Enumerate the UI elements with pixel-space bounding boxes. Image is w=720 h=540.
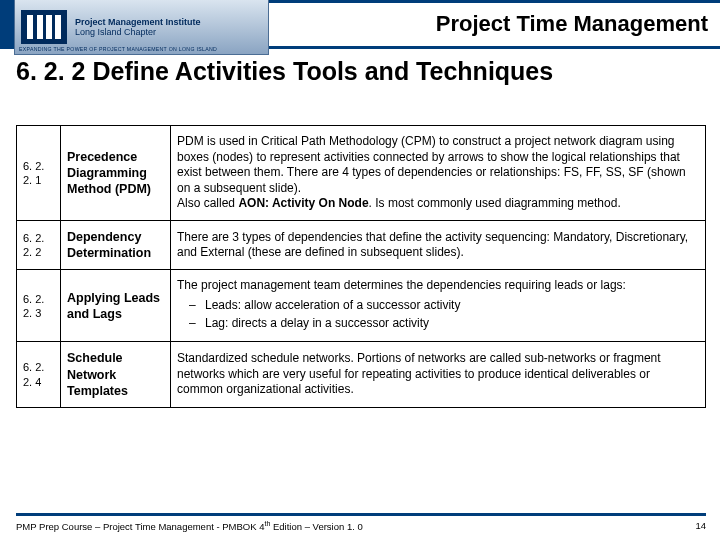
table-row: 6. 2. 2. 3 Applying Leads and Lags The p… <box>17 270 706 342</box>
footer-left: PMP Prep Course – Project Time Managemen… <box>16 520 363 532</box>
footer-left-post: Edition – Version 1. 0 <box>270 521 362 532</box>
row-num: 6. 2. 2. 4 <box>17 342 61 408</box>
table-row: 6. 2. 2. 4 Schedule Network Templates St… <box>17 342 706 408</box>
brand-tagline: EXPANDING THE POWER OF PROJECT MANAGEMEN… <box>19 46 217 52</box>
row-name: Schedule Network Templates <box>61 342 171 408</box>
footer: PMP Prep Course – Project Time Managemen… <box>16 513 706 532</box>
brand-line2: Long Island Chapter <box>75 27 201 37</box>
row-desc: The project management team determines t… <box>171 270 706 342</box>
page-title: Project Time Management <box>436 11 708 37</box>
brand-line1: Project Management Institute <box>75 17 201 27</box>
row-name: Precedence Diagramming Method (PDM) <box>61 126 171 221</box>
tools-table: 6. 2. 2. 1 Precedence Diagramming Method… <box>16 125 706 408</box>
brand-logo-block: Project Management Institute Long Island… <box>14 0 269 55</box>
row-desc: Standardized schedule networks. Portions… <box>171 342 706 408</box>
footer-left-pre: PMP Prep Course – Project Time Managemen… <box>16 521 265 532</box>
table-row: 6. 2. 2. 1 Precedence Diagramming Method… <box>17 126 706 221</box>
table-row: 6. 2. 2. 2 Dependency Determination Ther… <box>17 220 706 270</box>
footer-page: 14 <box>695 520 706 532</box>
row-desc: There are 3 types of dependencies that d… <box>171 220 706 270</box>
pmi-logo-icon <box>21 10 67 44</box>
row-name: Applying Leads and Lags <box>61 270 171 342</box>
header-band: Project Management Institute Long Island… <box>0 0 720 46</box>
row-num: 6. 2. 2. 1 <box>17 126 61 221</box>
row-name: Dependency Determination <box>61 220 171 270</box>
tools-table-wrap: 6. 2. 2. 1 Precedence Diagramming Method… <box>16 125 706 408</box>
row-num: 6. 2. 2. 2 <box>17 220 61 270</box>
brand-text: Project Management Institute Long Island… <box>75 17 201 38</box>
row-desc: PDM is used in Critical Path Methodology… <box>171 126 706 221</box>
row-num: 6. 2. 2. 3 <box>17 270 61 342</box>
